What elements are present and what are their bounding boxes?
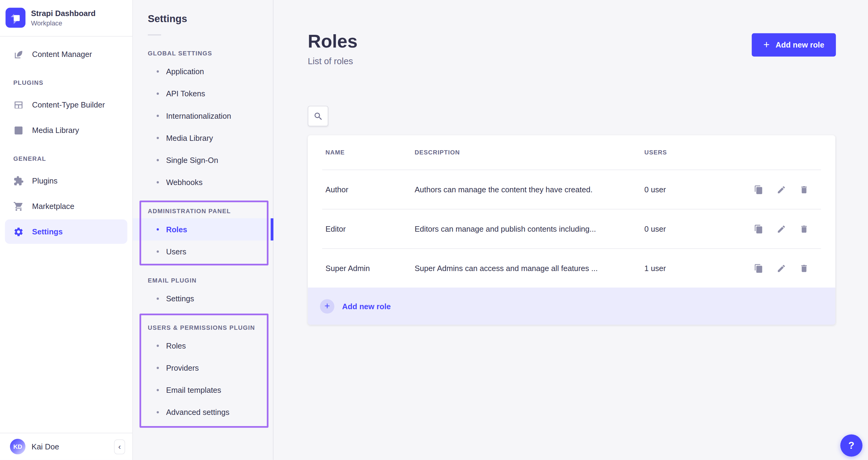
subnav-item-email-templates[interactable]: Email templates — [133, 379, 273, 401]
trash-icon — [799, 224, 809, 233]
sidebar-item-plugins[interactable]: Plugins — [5, 168, 127, 193]
subnav-item-label: Users — [166, 247, 186, 256]
sidebar-section-plugins: PLUGINS — [0, 67, 132, 92]
subnav-item-providers[interactable]: Providers — [133, 357, 273, 379]
duplicate-role-button[interactable] — [754, 263, 763, 273]
sidebar-item-media-library[interactable]: Media Library — [5, 118, 127, 143]
add-new-role-button[interactable]: + Add new role — [752, 33, 836, 57]
page-header: Roles List of roles — [308, 31, 357, 67]
subnav-item-label: Media Library — [166, 134, 213, 142]
chevron-left-icon: ‹ — [118, 443, 121, 451]
subnav-item-webhooks[interactable]: Webhooks — [133, 171, 273, 193]
copy-icon — [754, 263, 763, 273]
bullet-icon — [157, 137, 159, 139]
subnav-section-users-permissions-plugin: USERS & PERMISSIONS PLUGIN — [133, 310, 273, 335]
delete-role-button[interactable] — [799, 224, 809, 233]
table-add-new-role-row[interactable]: + Add new role — [308, 288, 835, 325]
puzzle-piece-icon — [13, 175, 24, 186]
delete-role-button[interactable] — [799, 263, 809, 273]
subnav-item-label: Internationalization — [166, 111, 231, 120]
subnav-item-label: API Tokens — [166, 89, 205, 98]
plus-circle-icon: + — [320, 299, 335, 313]
edit-role-button[interactable] — [777, 263, 786, 273]
subnav-item-label: Roles — [166, 341, 186, 350]
bullet-icon — [157, 345, 159, 347]
sidebar-item-label: Content-Type Builder — [32, 100, 105, 109]
sidebar-item-label: Media Library — [32, 126, 79, 135]
search-icon — [313, 111, 323, 121]
edit-role-button[interactable] — [777, 224, 786, 233]
plus-icon: + — [763, 39, 769, 50]
row-actions — [754, 185, 824, 194]
subnav-item-api-tokens[interactable]: API Tokens — [133, 83, 273, 105]
strapi-logo-icon — [5, 8, 25, 28]
subnav-item-single-sign-on[interactable]: Single Sign-On — [133, 149, 273, 171]
sidebar-item-content-type-builder[interactable]: Content-Type Builder — [5, 93, 127, 117]
shopping-cart-icon — [13, 201, 24, 211]
main-sidebar: Strapi Dashboard Workplace Content Manag… — [0, 0, 133, 460]
bullet-icon — [157, 298, 159, 300]
page-subtitle: List of roles — [308, 57, 357, 67]
brand-text: Strapi Dashboard Workplace — [31, 8, 96, 27]
question-mark-icon: ? — [848, 440, 855, 451]
sidebar-item-marketplace[interactable]: Marketplace — [5, 194, 127, 218]
pencil-icon — [777, 224, 786, 233]
subnav-item-label: Advanced settings — [166, 408, 229, 417]
sidebar-item-label: Marketplace — [32, 202, 74, 210]
subnav-item-roles-admin[interactable]: Roles — [133, 218, 273, 240]
subnav-item-label: Settings — [166, 294, 194, 303]
workspace-name: Workplace — [31, 19, 96, 27]
gear-icon — [13, 226, 24, 237]
subnav-item-users[interactable]: Users — [133, 240, 273, 263]
table-header-row: NAME DESCRIPTION USERS — [308, 135, 835, 169]
pencil-icon — [777, 185, 786, 194]
strapi-dashboard: Strapi Dashboard Workplace Content Manag… — [0, 0, 868, 460]
row-actions — [754, 224, 824, 233]
picture-icon — [13, 125, 24, 136]
user-avatar[interactable]: KD — [10, 439, 25, 454]
subnav-item-media-library[interactable]: Media Library — [133, 127, 273, 149]
subnav-section-administration-panel: ADMINISTRATION PANEL — [133, 194, 273, 218]
table-row[interactable]: Super Admin Super Admins can access and … — [308, 249, 835, 288]
edit-role-button[interactable] — [777, 185, 786, 194]
bullet-icon — [157, 389, 159, 391]
feather-pen-icon — [13, 49, 24, 60]
app-title: Strapi Dashboard — [31, 8, 96, 17]
main-content: Roles List of roles + Add new role NAME … — [274, 0, 868, 460]
subnav-item-label: Application — [166, 67, 204, 76]
layout-grid-icon — [13, 99, 24, 110]
role-description: Super Admins can access and manage all f… — [414, 264, 644, 272]
sidebar-item-settings[interactable]: Settings — [5, 220, 127, 244]
sidebar-item-label: Content Manager — [32, 50, 92, 59]
table-row[interactable]: Author Authors can manage the content th… — [308, 170, 835, 209]
duplicate-role-button[interactable] — [754, 224, 763, 233]
help-button[interactable]: ? — [840, 434, 862, 456]
subnav-item-application[interactable]: Application — [133, 60, 273, 82]
duplicate-role-button[interactable] — [754, 185, 763, 194]
role-users-count: 0 user — [644, 224, 754, 233]
workspace-switcher[interactable]: Strapi Dashboard Workplace — [0, 0, 132, 37]
trash-icon — [799, 185, 809, 194]
delete-role-button[interactable] — [799, 185, 809, 194]
bullet-icon — [157, 70, 159, 73]
subnav-item-label: Single Sign-On — [166, 156, 218, 165]
subnav-item-email-settings[interactable]: Settings — [133, 288, 273, 310]
roles-table-card: NAME DESCRIPTION USERS Author Authors ca… — [308, 135, 835, 325]
subnav-item-internationalization[interactable]: Internationalization — [133, 105, 273, 127]
subnav-item-label: Roles — [166, 225, 187, 234]
role-description: Authors can manage the content they have… — [414, 185, 644, 194]
sidebar-footer: KD Kai Doe ‹ — [0, 433, 132, 460]
table-row[interactable]: Editor Editors can manage and publish co… — [308, 209, 835, 248]
collapse-sidebar-button[interactable]: ‹ — [114, 439, 125, 454]
subnav-item-roles-up[interactable]: Roles — [133, 335, 273, 357]
bullet-icon — [157, 228, 159, 230]
add-new-role-row-label: Add new role — [342, 301, 391, 310]
sidebar-item-label: Settings — [32, 227, 63, 236]
bullet-icon — [157, 251, 159, 253]
subnav-section-email-plugin: EMAIL PLUGIN — [133, 263, 273, 287]
user-name: Kai Doe — [31, 442, 108, 451]
search-button[interactable] — [308, 106, 328, 126]
subnav-item-advanced-settings[interactable]: Advanced settings — [133, 401, 273, 423]
bullet-icon — [157, 181, 159, 183]
sidebar-item-content-manager[interactable]: Content Manager — [5, 42, 127, 67]
